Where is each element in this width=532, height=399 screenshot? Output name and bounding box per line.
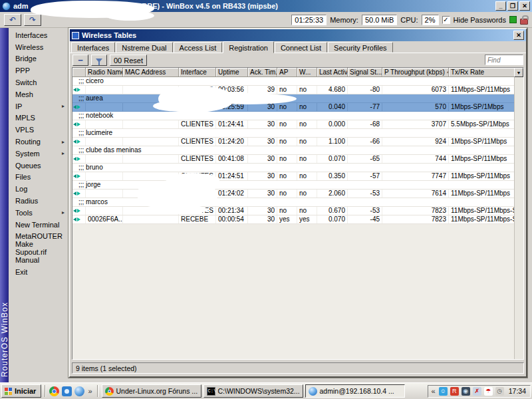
- column-header-last[interactable]: Last Activit...: [317, 68, 348, 77]
- messenger-icon[interactable]: [62, 386, 72, 396]
- hide-passwords-checkbox[interactable]: ✓: [442, 16, 450, 24]
- dual-arrow-icon: [73, 207, 80, 215]
- table-row[interactable]: CLIENTES00:41:0830nono0.070-657441Mbps-S…: [72, 155, 514, 164]
- tab-registration[interactable]: Registration: [223, 41, 274, 53]
- sidebar-item-new-terminal[interactable]: New Terminal: [9, 219, 67, 231]
- sidebar-item-wireless[interactable]: Wireless: [9, 41, 67, 53]
- column-header-ack[interactable]: Ack. Tim...: [248, 68, 277, 77]
- network-offline-icon[interactable]: ✗: [473, 387, 481, 396]
- find-input[interactable]: [485, 55, 523, 65]
- filter-button[interactable]: [91, 55, 107, 66]
- table-row[interactable]: CLIENTES01:24:2030nono1.100-669241Mbps-S…: [72, 138, 514, 146]
- table-row[interactable]: CLIENTES01:24:4130nono0.000-6837075.5Mbp…: [72, 120, 514, 129]
- table-row[interactable]: 00026F6A...RECEBE00:00:5430yesyes0.070-4…: [72, 215, 514, 224]
- sidebar-item-log[interactable]: Log: [9, 183, 67, 195]
- sidebar-item-interfaces[interactable]: Interfaces: [9, 29, 67, 41]
- sidebar-item-routing[interactable]: Routing▸: [9, 136, 67, 148]
- cell-ack: 30: [248, 190, 277, 198]
- browser-icon[interactable]: [49, 386, 59, 396]
- table-scrollbar[interactable]: [514, 77, 523, 359]
- messenger-tray-icon[interactable]: ☺: [439, 387, 448, 396]
- window-titlebar[interactable]: Wireless Tables ✕: [70, 29, 526, 41]
- restore-button[interactable]: ❐: [507, 1, 518, 11]
- sidebar-item-switch[interactable]: Switch: [9, 76, 67, 88]
- chevron-right-icon: ▸: [62, 139, 65, 145]
- sidebar-item-exit[interactable]: Exit: [9, 266, 67, 278]
- table-group-row[interactable]: ;;; lucimeire: [72, 129, 514, 138]
- table-group-row[interactable]: ;;; notebook: [72, 112, 514, 120]
- start-button[interactable]: Iniciar: [1, 384, 41, 398]
- cell-rate: 11Mbps-SP/11Mbps: [449, 86, 515, 94]
- column-header-rate[interactable]: Tx/Rx Rate: [449, 68, 515, 77]
- task-button-admin-192-168-10-4[interactable]: admin@192.168.10.4 ...: [305, 384, 405, 398]
- tab-access-list[interactable]: Access List: [174, 42, 223, 53]
- hide-passwords-label: Hide Passwords: [454, 16, 506, 24]
- column-header-iface[interactable]: Interface: [179, 68, 216, 77]
- censor-blob: [142, 204, 208, 214]
- sidebar-item-mpls[interactable]: MPLS: [9, 112, 67, 124]
- window-close-button[interactable]: ✕: [513, 31, 524, 40]
- sidebar-item-queues[interactable]: Queues: [9, 160, 67, 172]
- cell-w: no: [297, 86, 317, 94]
- table-row[interactable]: CLIENTES01:24:5130nono0.350-57774711Mbps…: [72, 172, 514, 181]
- table-header: Radio NameMAC AddressInterfaceUptimeAck.…: [72, 68, 514, 77]
- close-button[interactable]: ✕: [519, 1, 530, 11]
- tray-expand-chevron[interactable]: [430, 387, 437, 395]
- column-header-thr[interactable]: P Throughput (kbps)▲: [382, 68, 449, 77]
- reset-button[interactable]: 00 Reset: [110, 55, 147, 66]
- cell-rate: 5.5Mbps-SP/1Mbps: [449, 120, 515, 128]
- censor-blob: [166, 173, 219, 188]
- connection-quality-icon: [509, 16, 517, 23]
- scheduler-icon[interactable]: ◷: [495, 387, 504, 396]
- sidebar-item-ip[interactable]: IP▸: [9, 100, 67, 112]
- censor-blob: [153, 100, 207, 112]
- sidebar-item-make-supout-rif[interactable]: Make Supout.rif: [9, 242, 67, 254]
- sidebar-item-vpls[interactable]: VPLS: [9, 124, 67, 136]
- remove-entry-button[interactable]: −: [72, 55, 88, 66]
- column-header-icon[interactable]: [72, 68, 86, 77]
- screen: adm (TORRE) - WinBox v4.5 on RB433 (mips…: [0, 0, 532, 399]
- antivirus-icon[interactable]: ☂: [484, 387, 493, 396]
- column-select-button[interactable]: [514, 68, 523, 77]
- table-row[interactable]: CLIENTES00:21:3430nono0.670-53782311Mbps…: [72, 207, 514, 215]
- camera-tray-icon[interactable]: ◉: [462, 387, 470, 396]
- updater-tray-icon[interactable]: R: [450, 387, 459, 396]
- sidebar-item-ppp[interactable]: PPP: [9, 65, 67, 76]
- table-group-row[interactable]: ;;; cicero: [72, 77, 514, 86]
- sidebar-item-files[interactable]: Files: [9, 172, 67, 184]
- cell-thr: 7823: [382, 207, 449, 215]
- winbox-icon: [309, 387, 317, 396]
- sidebar-item-radius[interactable]: Radius: [9, 195, 67, 207]
- sidebar-item-bridge[interactable]: Bridge: [9, 53, 67, 65]
- table-group-row[interactable]: ;;; clube das meninas: [72, 146, 514, 155]
- task-button-under-linux-org-f-runs[interactable]: Under-Linux.org Fóruns ...: [102, 384, 201, 398]
- sidebar-item-tools[interactable]: Tools▸: [9, 207, 67, 219]
- session-uptime-box: 01:25:33: [291, 15, 327, 25]
- quicklaunch-overflow-chevron[interactable]: [86, 387, 93, 395]
- winbox-icon[interactable]: [74, 386, 84, 396]
- cell-signal: -77: [348, 103, 382, 111]
- minimize-button[interactable]: _: [495, 1, 506, 11]
- column-header-uptime[interactable]: Uptime: [216, 68, 248, 77]
- brand-strip: RouterOS WinBox: [0, 28, 9, 382]
- tab-interfaces[interactable]: Interfaces: [71, 42, 115, 53]
- column-header-w[interactable]: W...: [297, 68, 317, 77]
- table-group-row[interactable]: ;;; bruno: [72, 164, 514, 172]
- sidebar-item-mesh[interactable]: Mesh: [9, 88, 67, 100]
- column-header-mac[interactable]: MAC Address: [123, 68, 179, 77]
- column-header-ap[interactable]: AP: [277, 68, 297, 77]
- task-button-c-windows-system32[interactable]: C:\WINDOWS\system32...: [203, 384, 303, 398]
- column-header-radio[interactable]: Radio Name: [86, 68, 123, 77]
- column-header-signal[interactable]: Signal St...▲: [348, 68, 382, 77]
- tab-connect-list[interactable]: Connect List: [275, 42, 327, 53]
- tab-security-profiles[interactable]: Security Profiles: [328, 42, 392, 53]
- undo-button[interactable]: [4, 14, 21, 26]
- redo-button[interactable]: [24, 14, 41, 26]
- connection-state-cell: [72, 155, 86, 163]
- table-row[interactable]: CLIENTES00:03:5639nono4.680-80607311Mbps…: [72, 86, 514, 94]
- table-row[interactable]: CLIENTES00:25:5930nono0.040-775701Mbps-S…: [72, 103, 514, 112]
- cell-ap: no: [277, 207, 297, 215]
- cell-iface: CLIENTES: [179, 120, 216, 128]
- tab-nstreme-dual[interactable]: Nstreme Dual: [116, 42, 172, 53]
- sidebar-item-system[interactable]: System▸: [9, 148, 67, 160]
